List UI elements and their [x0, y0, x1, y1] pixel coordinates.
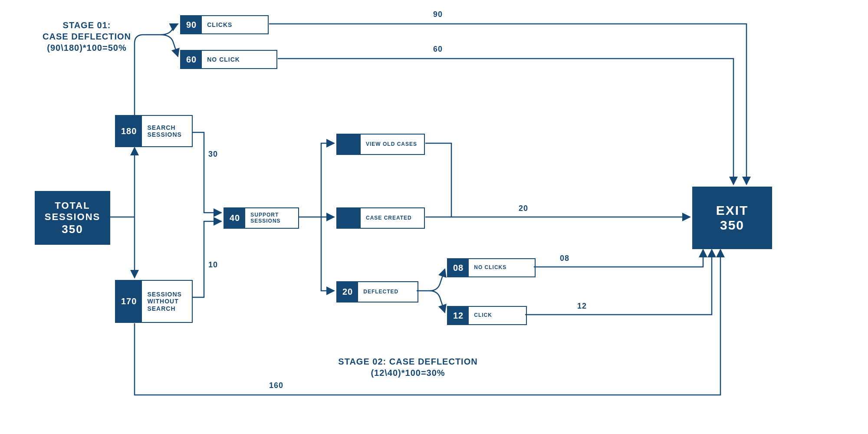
nosearch-value: 170 [116, 281, 142, 322]
total-sessions-value: 350 [62, 223, 83, 236]
total-sessions-label2: SESSIONS [45, 211, 100, 223]
node-clicks: 90 CLICKS [180, 15, 269, 34]
stage-01-line2: CASE DEFLECTION [33, 31, 141, 42]
edge-label-90: 90 [433, 10, 443, 19]
noclick-label: NO CLICK [202, 51, 245, 68]
deflected-value: 20 [337, 282, 358, 302]
noclicks2-value: 08 [448, 259, 469, 276]
stage-02-label: STAGE 02: CASE DEFLECTION (12\40)*100=30… [321, 356, 495, 378]
stage-01-line3: (90\180)*100=50% [33, 42, 141, 53]
noclicks2-label: NO CLICKS [469, 259, 512, 276]
edge-label-160: 160 [269, 381, 283, 390]
click2-value: 12 [448, 307, 469, 324]
node-no-click: 60 NO CLICK [180, 50, 277, 69]
node-deflected: 20 DEFLECTED [336, 281, 418, 302]
exit-value: 350 [720, 218, 744, 233]
nosearch-label: SESSIONS WITHOUT SEARCH [142, 281, 192, 322]
node-exit: EXIT 350 [692, 187, 772, 249]
stage-02-line2: (12\40)*100=30% [321, 367, 495, 378]
edge-label-30: 30 [208, 150, 218, 159]
clicks-value: 90 [181, 16, 202, 33]
total-sessions-label1: TOTAL [55, 200, 90, 211]
support-value: 40 [224, 208, 245, 228]
click2-label: CLICK [469, 307, 497, 324]
edge-label-20: 20 [519, 204, 528, 213]
edge-label-10: 10 [208, 260, 218, 270]
search-sessions-value: 180 [116, 116, 142, 146]
casecreated-label: CASE CREATED [361, 208, 417, 228]
edge-label-08: 08 [560, 254, 569, 263]
support-label: SUPPORT SESSIONS [245, 208, 298, 228]
stage-02-line1: STAGE 02: CASE DEFLECTION [321, 356, 495, 367]
node-sessions-without-search: 170 SESSIONS WITHOUT SEARCH [115, 280, 193, 323]
node-case-created: CASE CREATED [336, 207, 425, 229]
viewold-label: VIEW OLD CASES [361, 135, 422, 154]
clicks-label: CLICKS [202, 16, 237, 33]
node-support-sessions: 40 SUPPORT SESSIONS [224, 207, 299, 229]
noclick-value: 60 [181, 51, 202, 68]
exit-label: EXIT [716, 203, 749, 218]
edge-label-12: 12 [577, 302, 587, 311]
node-search-sessions: 180 SEARCH SESSIONS [115, 115, 193, 147]
node-total-sessions: TOTAL SESSIONS 350 [35, 191, 110, 245]
node-click-2: 12 CLICK [447, 306, 527, 325]
casecreated-value [337, 208, 361, 228]
deflected-label: DEFLECTED [358, 282, 404, 302]
search-sessions-label: SEARCH SESSIONS [142, 116, 192, 146]
viewold-value [337, 135, 361, 154]
stage-01-line1: STAGE 01: [33, 20, 141, 31]
stage-01-label: STAGE 01: CASE DEFLECTION (90\180)*100=5… [33, 20, 141, 53]
node-view-old-cases: VIEW OLD CASES [336, 134, 425, 155]
node-no-clicks-2: 08 NO CLICKS [447, 258, 536, 277]
edge-label-60: 60 [433, 45, 443, 54]
